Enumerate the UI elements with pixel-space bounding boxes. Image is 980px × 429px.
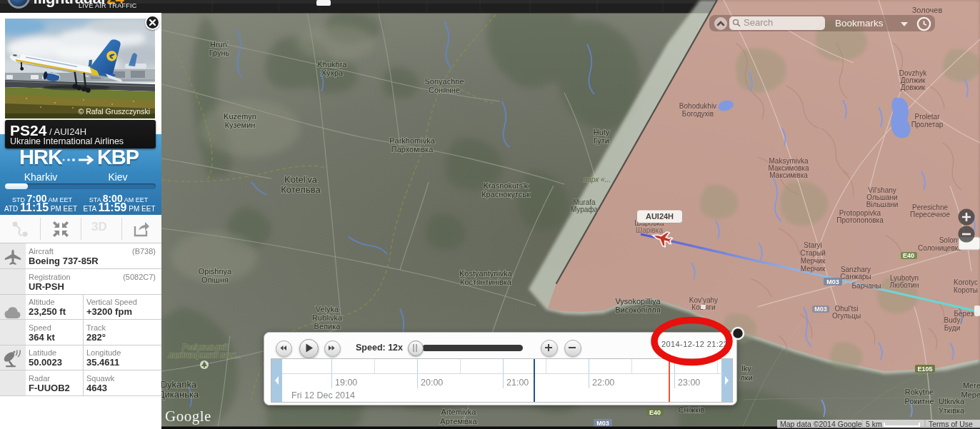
svg-text:Утківка: Утківка xyxy=(939,406,965,415)
svg-text:5 km: 5 km xyxy=(866,420,882,428)
svg-text:Короты: Короты xyxy=(954,286,978,294)
svg-text:Staryi: Staryi xyxy=(804,241,822,249)
svg-text:Huty: Huty xyxy=(594,128,610,136)
svg-text:Proletar: Proletar xyxy=(914,113,940,121)
svg-text:Протопоповка: Протопоповка xyxy=(836,216,884,224)
svg-text:Грунь: Грунь xyxy=(209,49,230,57)
svg-text:Пархомівка: Пархомівка xyxy=(391,145,434,153)
svg-text:Солоницевка: Солоницевка xyxy=(918,244,962,252)
svg-text:Санжары: Санжары xyxy=(840,273,871,281)
svg-text:Velyka: Velyka xyxy=(316,305,339,313)
svg-text:Пролетар: Пролетар xyxy=(911,121,944,128)
svg-text:Краснокутськ: Краснокутськ xyxy=(481,190,530,198)
svg-text:lky: lky xyxy=(741,364,751,373)
svg-text:Sonyachne: Sonyachne xyxy=(424,77,464,86)
svg-text:Artemivka: Artemivka xyxy=(441,408,477,416)
svg-text:Буди: Буди xyxy=(944,324,960,332)
svg-text:Мерчик: Мерчик xyxy=(801,265,826,273)
svg-text:Korotyc: Korotyc xyxy=(954,278,978,286)
svg-text:M03: M03 xyxy=(814,306,827,313)
svg-text:Хухра: Хухра xyxy=(321,69,344,77)
svg-text:Rublivka: Rublivka xyxy=(312,313,343,322)
svg-text:Шарівка: Шарівка xyxy=(636,226,663,234)
svg-text:Рокитне: Рокитне xyxy=(904,397,934,405)
svg-text:Solony: Solony xyxy=(939,236,961,244)
svg-text:Сонячне: Сонячне xyxy=(429,86,460,94)
svg-text:Довжик: Довжик xyxy=(901,84,926,91)
svg-text:Kuzemyn: Kuzemyn xyxy=(224,112,256,121)
svg-text:© Rafal Gruszczynski: © Rafal Gruszczynski xyxy=(78,107,150,116)
svg-text:Hrun': Hrun' xyxy=(210,40,229,49)
svg-text:Котельва: Котельва xyxy=(281,184,321,195)
svg-text:Регіональний: Регіональний xyxy=(182,343,228,351)
svg-text:Мерчик: Мерчик xyxy=(801,257,826,265)
svg-text:Meref: Meref xyxy=(963,381,980,390)
svg-text:Огульцы: Огульцы xyxy=(832,312,861,320)
svg-text:AUI24H: AUI24H xyxy=(646,212,674,221)
svg-text:E40: E40 xyxy=(903,252,914,259)
svg-text:M03: M03 xyxy=(826,278,839,286)
svg-text:Опішня: Опішня xyxy=(201,276,229,284)
svg-text:E40: E40 xyxy=(649,409,661,416)
svg-text:Khukhra: Khukhra xyxy=(318,60,348,69)
svg-text:Куземин: Куземин xyxy=(225,121,256,129)
svg-text:Високопілля: Високопілля xyxy=(615,306,661,314)
svg-text:Диканька: Диканька xyxy=(159,389,199,400)
svg-text:Kotel'va: Kotel'va xyxy=(284,174,318,185)
svg-text:Bohodukhiv: Bohodukhiv xyxy=(679,102,716,110)
svg-text:Люботин: Люботин xyxy=(890,281,919,289)
svg-text:Kostyantynivka: Kostyantynivka xyxy=(459,269,513,278)
svg-text:Parkhomivka: Parkhomivka xyxy=(389,136,435,145)
svg-text:Vysokopilliya: Vysokopilliya xyxy=(615,297,661,306)
svg-text:Гути: Гути xyxy=(594,136,609,145)
svg-text:Map data ©2014 Google: Map data ©2014 Google xyxy=(780,420,862,428)
svg-text:Богодухів: Богодухів xyxy=(682,110,714,118)
svg-text:Барчаны: Барчаны xyxy=(852,282,881,290)
svg-text:ландшафтний парк...: ландшафтний парк... xyxy=(168,351,241,359)
svg-text:парк «...: парк «... xyxy=(584,176,611,183)
svg-text:M03: M03 xyxy=(596,420,609,427)
svg-text:Krasnokuts'k: Krasnokuts'k xyxy=(484,181,529,190)
svg-text:Terms of Use: Terms of Use xyxy=(929,420,973,428)
svg-text:Сніжків: Сніжків xyxy=(679,405,705,414)
svg-text:Google: Google xyxy=(165,408,211,425)
svg-text:Велика: Велика xyxy=(314,322,341,330)
svg-text:Rokytne: Rokytne xyxy=(905,388,934,396)
svg-text:Пересечное: Пересечное xyxy=(910,211,950,218)
svg-text:Старый: Старый xyxy=(800,249,826,257)
svg-text:Костянтинівка: Костянтинівка xyxy=(460,278,512,286)
svg-text:Артемівка: Артемівка xyxy=(440,417,477,425)
svg-text:Opishnya: Opishnya xyxy=(199,267,232,276)
svg-text:Золочев: Золочев xyxy=(912,6,943,14)
svg-text:Мерес: Мерес xyxy=(961,390,980,399)
svg-text:Березо: Березо xyxy=(954,310,978,318)
svg-text:Мурафа: Мурафа xyxy=(571,206,599,213)
svg-text:Вільшани: Вільшани xyxy=(866,201,899,208)
svg-text:Dykanka: Dykanka xyxy=(161,379,197,390)
svg-text:лки: лки xyxy=(740,373,752,382)
svg-text:Максимівка: Максимівка xyxy=(769,171,808,179)
svg-text:E105: E105 xyxy=(917,365,932,373)
